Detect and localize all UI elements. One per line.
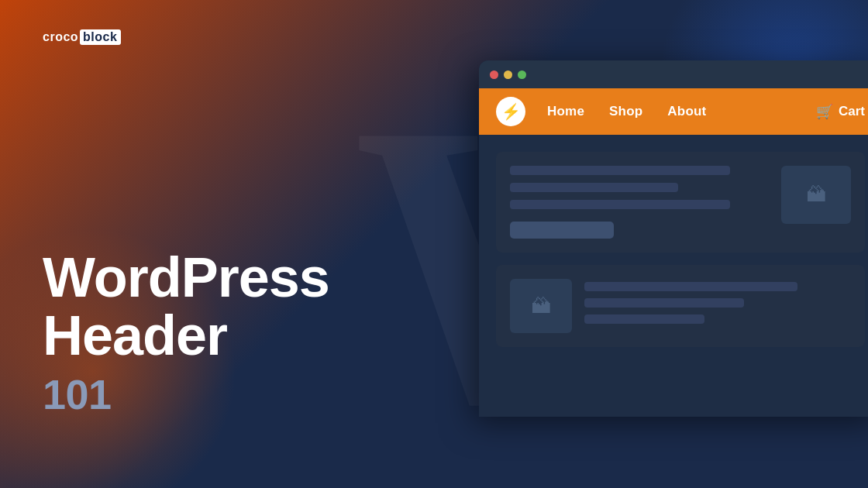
image-icon-1: 🏔 — [806, 183, 826, 207]
text-line-2 — [510, 183, 678, 192]
text-line-3 — [510, 200, 730, 209]
nav-about[interactable]: About — [667, 104, 706, 119]
logo-block-text: block — [80, 29, 121, 45]
card1-text-area — [510, 166, 769, 239]
browser-dot-red — [490, 70, 498, 79]
card2-image: 🏔 — [510, 279, 572, 333]
content-card-2: 🏔 — [496, 265, 865, 347]
main-title: WordPress Header — [43, 249, 329, 366]
text-line-c2-2 — [584, 298, 744, 308]
browser-content-area: 🏔 🏔 — [479, 135, 868, 364]
title-line2: Header — [43, 304, 227, 366]
crocoblock-logo: crocoblock — [43, 29, 121, 45]
browser-dot-yellow — [504, 70, 512, 79]
title-line1: WordPress — [43, 246, 329, 308]
browser-chrome — [479, 60, 868, 88]
nav-logo: ⚡ — [496, 97, 525, 126]
content-card-1: 🏔 — [496, 152, 865, 253]
subtitle-number: 101 — [43, 370, 329, 418]
nav-links: Home Shop About — [547, 104, 816, 119]
nav-cart[interactable]: 🛒 Cart — [816, 103, 865, 120]
nav-home[interactable]: Home — [547, 104, 584, 119]
image-icon-2: 🏔 — [531, 294, 551, 318]
logo-croco-text: croco — [43, 30, 78, 44]
card1-image: 🏔 — [781, 166, 851, 224]
browser-mockup: ⚡ Home Shop About 🛒 Cart — [479, 60, 868, 417]
bolt-icon: ⚡ — [501, 104, 521, 119]
text-line-cta — [510, 222, 614, 239]
card2-text-area — [584, 279, 851, 324]
left-content-area: WordPress Header 101 — [43, 249, 329, 418]
browser-dot-green — [518, 70, 526, 79]
text-line-c2-3 — [584, 314, 704, 324]
text-line-c2-1 — [584, 282, 797, 291]
site-navbar: ⚡ Home Shop About 🛒 Cart — [479, 88, 868, 135]
nav-shop[interactable]: Shop — [609, 104, 642, 119]
cart-icon: 🛒 — [816, 103, 833, 120]
cart-label: Cart — [839, 104, 865, 119]
main-background: W crocoblock WordPress Header 101 ⚡ Home… — [0, 0, 868, 488]
text-line-1 — [510, 166, 730, 175]
